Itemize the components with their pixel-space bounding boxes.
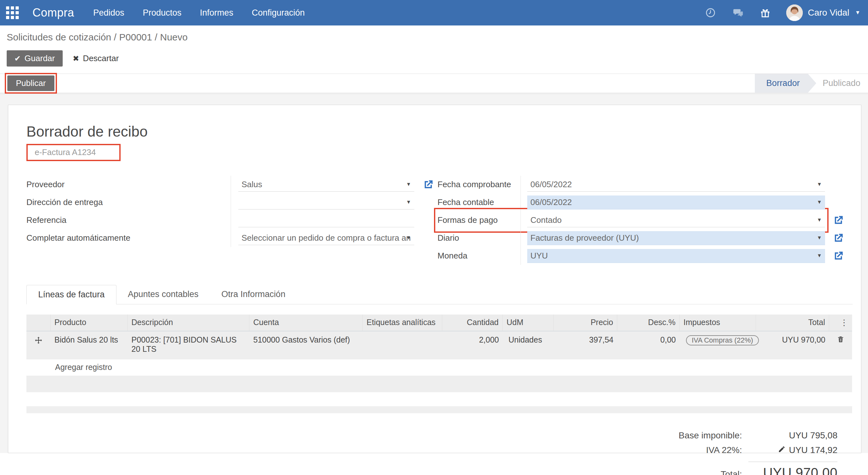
chevron-down-icon: ▼ xyxy=(406,199,411,205)
tab-lineas-de-factura[interactable]: Líneas de factura xyxy=(26,285,117,304)
add-record-link[interactable]: Agregar registro xyxy=(26,359,116,376)
cell-precio[interactable]: 397,54 xyxy=(554,331,617,359)
breadcrumb[interactable]: Solicitudes de cotización / P00001 / Nue… xyxy=(7,32,860,43)
header-precio[interactable]: Precio xyxy=(554,315,617,331)
tax-badge[interactable]: IVA Compras (22%) xyxy=(686,335,759,346)
fecha-contable-field[interactable]: 06/05/2022 ▼ xyxy=(527,196,825,209)
diario-label: Diario xyxy=(437,229,521,247)
reference-input[interactable] xyxy=(26,144,121,161)
status-step-publicado[interactable]: Publicado xyxy=(816,74,865,93)
table-footer-band xyxy=(26,406,852,413)
menu-informes[interactable]: Informes xyxy=(200,8,233,18)
proveedor-external-link-icon[interactable] xyxy=(423,179,434,190)
header-cuenta[interactable]: Cuenta xyxy=(249,315,363,331)
chevron-down-icon: ▼ xyxy=(817,181,822,187)
header-udm[interactable]: UdM xyxy=(503,315,554,331)
fecha-comprobante-label: Fecha comprobante xyxy=(437,176,521,194)
moneda-external-link-icon[interactable] xyxy=(833,250,844,262)
add-record-row: Agregar registro xyxy=(26,359,852,376)
table-spacer xyxy=(26,392,852,406)
iva-value: UYU 174,92 xyxy=(789,445,837,455)
formas-pago-field[interactable]: Contado ▼ xyxy=(527,213,825,227)
optional-columns-icon[interactable]: ⋮ xyxy=(829,315,852,331)
header-impuestos[interactable]: Impuestos xyxy=(680,315,756,331)
base-imponible-value: UYU 795,08 xyxy=(742,431,837,441)
header-cantidad[interactable]: Cantidad xyxy=(442,315,503,331)
moneda-label: Moneda xyxy=(437,247,521,265)
app-brand[interactable]: Compra xyxy=(32,6,74,20)
chevron-down-icon: ▼ xyxy=(817,253,822,259)
fecha-contable-label: Fecha contable xyxy=(437,194,521,211)
header-total[interactable]: Total xyxy=(756,315,829,331)
chevron-down-icon: ▼ xyxy=(406,235,411,241)
close-icon: ✖ xyxy=(73,54,79,63)
user-menu[interactable]: Caro Vidal ▼ xyxy=(786,4,860,21)
field-row-fecha-comprobante: Fecha comprobante 06/05/2022 ▼ xyxy=(437,176,844,194)
tab-otra-informacion[interactable]: Otra Información xyxy=(210,285,297,304)
header-handle-column xyxy=(26,315,51,331)
cell-descripcion[interactable]: P00023: [701] BIDON SALUS 20 LTS xyxy=(128,331,249,359)
field-row-formas-pago: Formas de pago Contado ▼ xyxy=(437,211,844,229)
formas-pago-annotation-box: Formas de pago Contado ▼ xyxy=(437,211,825,229)
diario-field[interactable]: Facturas de proveedor (UYU) ▼ xyxy=(527,231,825,245)
cell-impuestos[interactable]: IVA Compras (22%) xyxy=(680,331,756,359)
direccion-field[interactable]: ▼ xyxy=(238,196,414,209)
status-step-borrador[interactable]: Borrador xyxy=(755,74,816,93)
referencia-field[interactable] xyxy=(238,213,414,227)
moneda-field[interactable]: UYU ▼ xyxy=(527,249,825,263)
cell-udm[interactable]: Unidades xyxy=(503,331,554,359)
publish-button[interactable]: Publicar xyxy=(7,76,54,91)
field-row-proveedor: Proveedor Salus ▼ xyxy=(26,176,434,194)
field-row-diario: Diario Facturas de proveedor (UYU) ▼ xyxy=(437,229,844,247)
field-row-direccion: Dirección de entrega ▼ xyxy=(26,194,434,211)
chevron-down-icon: ▼ xyxy=(817,217,822,223)
status-steps: Borrador Publicado xyxy=(755,74,865,93)
total-label: Total: xyxy=(721,469,742,475)
completar-field[interactable]: Seleccionar un pedido de compra o factur… xyxy=(238,231,414,245)
cell-producto[interactable]: Bidón Salus 20 lts xyxy=(51,331,128,359)
completar-label: Completar automáticamente xyxy=(26,229,231,247)
drag-handle-icon[interactable] xyxy=(26,331,51,359)
discard-button-label: Descartar xyxy=(83,54,119,63)
table-row[interactable]: Bidón Salus 20 lts P00023: [701] BIDON S… xyxy=(26,331,852,359)
chevron-down-icon: ▼ xyxy=(817,199,822,205)
table-header-row: Producto Descripción Cuenta Etiquetas an… xyxy=(26,315,852,331)
form-sheet: Borrador de recibo Proveedor Salus ▼ xyxy=(8,105,861,453)
apps-grid-icon[interactable] xyxy=(6,6,19,20)
field-row-completar: Completar automáticamente Seleccionar un… xyxy=(26,229,434,247)
fecha-comprobante-field[interactable]: 06/05/2022 ▼ xyxy=(527,178,825,192)
header-producto[interactable]: Producto xyxy=(51,315,128,331)
gift-icon[interactable] xyxy=(759,6,772,19)
menu-pedidos[interactable]: Pedidos xyxy=(93,8,124,18)
header-descripcion[interactable]: Descripción xyxy=(128,315,249,331)
fields-group-right: Fecha comprobante 06/05/2022 ▼ Fecha con… xyxy=(437,176,844,265)
fields-area: Proveedor Salus ▼ Dirección de entrega xyxy=(26,176,853,265)
menu-configuracion[interactable]: Configuración xyxy=(252,8,305,18)
proveedor-field[interactable]: Salus ▼ xyxy=(238,178,414,192)
total-row: Total: UYU 970,00 xyxy=(721,465,837,475)
chevron-down-icon: ▼ xyxy=(817,235,822,241)
header-etiquetas[interactable]: Etiquetas analíticas xyxy=(363,315,442,331)
cell-desc-pct[interactable]: 0,00 xyxy=(617,331,680,359)
base-imponible-label: Base imponible: xyxy=(679,431,742,441)
cell-etiquetas[interactable] xyxy=(363,331,442,359)
delete-row-icon[interactable] xyxy=(837,335,844,346)
discard-button[interactable]: ✖ Descartar xyxy=(71,53,121,64)
diario-external-link-icon[interactable] xyxy=(833,232,844,244)
invoice-lines-table: Producto Descripción Cuenta Etiquetas an… xyxy=(26,315,852,413)
totals-section: Base imponible: UYU 795,08 IVA 22%: UYU … xyxy=(26,431,853,475)
save-button[interactable]: ✔ Guardar xyxy=(7,50,63,66)
header-desc-pct[interactable]: Desc.% xyxy=(617,315,680,331)
form-statusbar: Publicar Borrador Publicado xyxy=(0,73,868,93)
menu-productos[interactable]: Productos xyxy=(143,8,182,18)
empty-stripe-row xyxy=(26,376,852,392)
cell-cantidad[interactable]: 2,000 xyxy=(442,331,503,359)
tab-apuntes-contables[interactable]: Apuntes contables xyxy=(117,285,210,304)
cell-cuenta[interactable]: 510000 Gastos Varios (def) xyxy=(249,331,363,359)
user-avatar xyxy=(786,4,803,21)
activities-clock-icon[interactable] xyxy=(704,6,717,19)
field-row-referencia: Referencia xyxy=(26,211,434,229)
edit-pencil-icon[interactable] xyxy=(778,445,785,455)
formas-pago-external-link-icon[interactable] xyxy=(833,215,844,226)
messages-icon[interactable] xyxy=(732,6,744,19)
